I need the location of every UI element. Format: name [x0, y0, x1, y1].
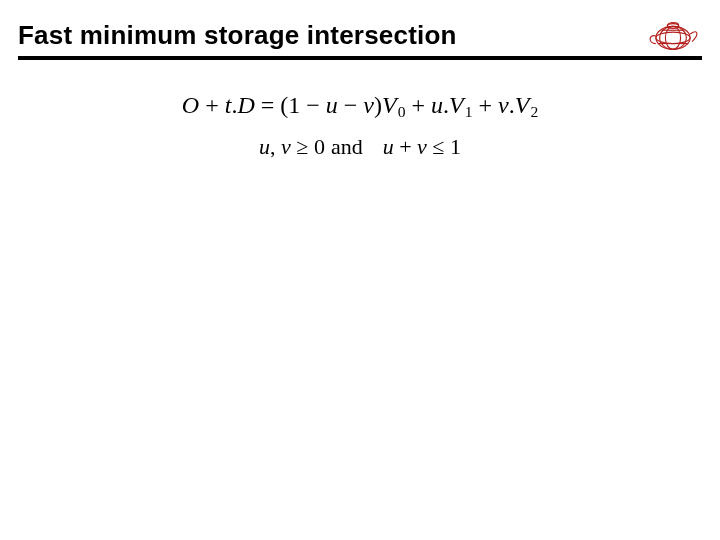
comma: ,: [270, 134, 281, 159]
equation-line-2: u, v ≥ 0andu + v ≤ 1: [0, 127, 720, 167]
var-u: u: [326, 92, 338, 118]
rparen: ): [374, 92, 382, 118]
slide-header: Fast minimum storage intersection: [18, 8, 702, 62]
var-V1: V: [449, 92, 464, 118]
var-D: D: [237, 92, 254, 118]
op-plus: +: [394, 134, 417, 159]
op-plus: +: [405, 92, 431, 118]
word-and: and: [325, 134, 369, 159]
slide-body: O + t.D = (1 − u − v)V0 + u.V1 + v.V2 u,…: [0, 86, 720, 166]
op-eq: =: [255, 92, 281, 118]
op-plus: +: [473, 92, 499, 118]
var-v: v: [281, 134, 291, 159]
var-v: v: [363, 92, 374, 118]
var-O: O: [182, 92, 199, 118]
var-u: u: [383, 134, 394, 159]
sub-1: 1: [464, 103, 473, 120]
slide-title: Fast minimum storage intersection: [18, 20, 457, 51]
utah-teapot-logo-icon: [644, 15, 702, 55]
header-rule: [18, 56, 702, 60]
slide: Fast minimum storage intersection: [0, 0, 720, 540]
var-V2: V: [515, 92, 530, 118]
lparen-group: (1 −: [280, 92, 326, 118]
var-V0: V: [382, 92, 397, 118]
var-v: v: [417, 134, 427, 159]
equation-line-1: O + t.D = (1 − u − v)V0 + u.V1 + v.V2: [0, 86, 720, 125]
op-minus: −: [338, 92, 364, 118]
op-plus: +: [199, 92, 225, 118]
var-u: u: [259, 134, 270, 159]
var-u: u: [431, 92, 443, 118]
op-le-one: ≤ 1: [427, 134, 461, 159]
var-v: v: [498, 92, 509, 118]
op-ge-zero: ≥ 0: [291, 134, 325, 159]
sub-2: 2: [529, 103, 538, 120]
